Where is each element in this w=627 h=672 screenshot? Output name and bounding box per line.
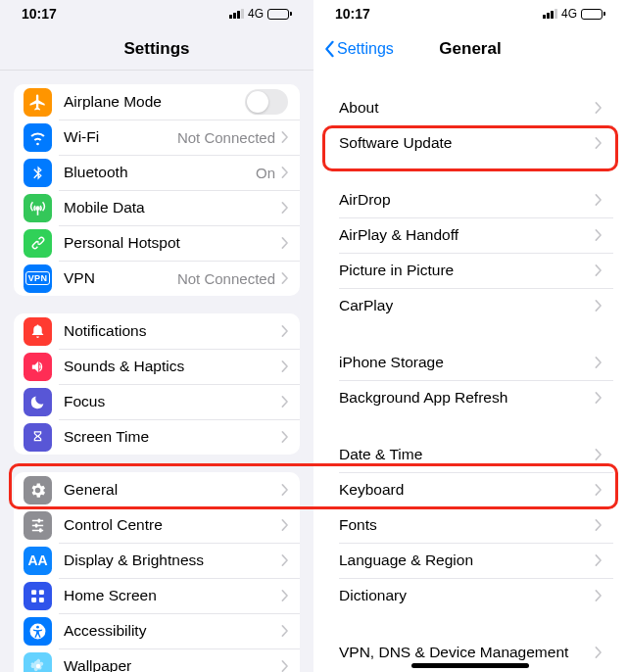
row-label: Bluetooth <box>64 164 256 181</box>
settings-group: GeneralControl CentreAADisplay & Brightn… <box>14 472 300 672</box>
row-controlcentre[interactable]: Control Centre <box>14 507 300 543</box>
row-screentime[interactable]: Screen Time <box>14 419 300 455</box>
row-airplay[interactable]: AirPlay & Handoff <box>327 217 613 253</box>
row-pip[interactable]: Picture in Picture <box>327 253 613 288</box>
status-indicators: 4G <box>229 7 292 21</box>
row-hotspot[interactable]: Personal Hotspot <box>14 225 300 261</box>
svg-rect-0 <box>31 590 36 595</box>
navbar: Settings <box>0 27 314 71</box>
navbar: Settings General <box>314 27 627 71</box>
row-label: AirPlay & Handoff <box>339 226 595 244</box>
row-detail: Not Connected <box>177 129 275 146</box>
chevron-right-icon <box>595 102 602 114</box>
row-wallpaper[interactable]: Wallpaper <box>14 648 300 672</box>
bluetooth-icon <box>24 159 52 187</box>
row-label: CarPlay <box>339 297 595 314</box>
row-label: Home Screen <box>64 587 281 604</box>
chevron-right-icon <box>595 264 602 276</box>
row-fonts[interactable]: Fonts <box>327 507 613 543</box>
svg-rect-3 <box>39 597 44 601</box>
chevron-right-icon <box>281 554 288 566</box>
chevron-right-icon <box>595 449 602 460</box>
row-detail: Not Connected <box>177 270 275 287</box>
chevron-right-icon <box>281 519 288 531</box>
settings-group: Airplane ModeWi-FiNot ConnectedBluetooth… <box>14 84 300 296</box>
chevron-right-icon <box>595 392 602 404</box>
row-label: Focus <box>64 393 281 410</box>
row-label: Picture in Picture <box>339 262 595 279</box>
row-wifi[interactable]: Wi-FiNot Connected <box>14 120 300 155</box>
row-label: iPhone Storage <box>339 354 595 371</box>
row-label: Personal Hotspot <box>64 234 281 252</box>
row-label: Keyboard <box>339 481 595 499</box>
row-softwareupdate[interactable]: Software Update <box>327 125 613 161</box>
row-label: AirDrop <box>339 191 595 209</box>
grid-icon <box>24 582 52 610</box>
row-carplay[interactable]: CarPlay <box>327 288 613 323</box>
chevron-left-icon <box>323 40 335 58</box>
row-label: Accessibility <box>64 622 281 640</box>
chevron-right-icon <box>281 131 288 143</box>
link-icon <box>24 229 52 258</box>
battery-icon <box>267 9 292 20</box>
row-keyboard[interactable]: Keyboard <box>327 472 613 507</box>
general-group: iPhone StorageBackground App Refresh <box>327 345 613 415</box>
status-time: 10:17 <box>22 6 57 22</box>
general-screen: 10:17 4G Settings General AboutSoftware … <box>314 0 627 672</box>
row-label: About <box>339 99 595 117</box>
row-display[interactable]: AADisplay & Brightness <box>14 543 300 578</box>
row-label: Software Update <box>339 134 595 152</box>
row-label: Display & Brightness <box>64 552 281 569</box>
back-label: Settings <box>337 40 394 58</box>
chevron-right-icon <box>595 357 602 368</box>
row-label: Wi-Fi <box>64 128 177 146</box>
sliders-icon <box>24 511 52 540</box>
antenna-icon <box>24 194 52 222</box>
wifi-icon <box>24 123 52 152</box>
row-bgrefresh[interactable]: Background App Refresh <box>327 380 613 415</box>
row-label: Wallpaper <box>64 657 281 672</box>
general-group: AboutSoftware Update <box>327 90 613 161</box>
hourglass-icon <box>24 423 52 452</box>
row-notifications[interactable]: Notifications <box>14 313 300 349</box>
vpn-icon: VPN <box>24 264 52 293</box>
settings-list[interactable]: Airplane ModeWi-FiNot ConnectedBluetooth… <box>0 71 314 672</box>
row-label: Mobile Data <box>64 199 281 216</box>
row-homescreen[interactable]: Home Screen <box>14 578 300 613</box>
home-indicator[interactable] <box>411 663 529 668</box>
general-list[interactable]: AboutSoftware UpdateAirDropAirPlay & Han… <box>314 71 627 672</box>
row-label: Airplane Mode <box>64 93 245 111</box>
network-label: 4G <box>561 7 577 21</box>
row-vpn[interactable]: VPNVPNNot Connected <box>14 261 300 296</box>
status-bar: 10:17 4G <box>0 0 314 27</box>
chevron-right-icon <box>281 202 288 214</box>
chevron-right-icon <box>281 396 288 408</box>
chevron-right-icon <box>595 229 602 241</box>
row-airdrop[interactable]: AirDrop <box>327 182 613 217</box>
row-focus[interactable]: Focus <box>14 384 300 419</box>
row-airplane[interactable]: Airplane Mode <box>14 84 300 120</box>
general-group: Date & TimeKeyboardFontsLanguage & Regio… <box>327 437 613 613</box>
row-bluetooth[interactable]: BluetoothOn <box>14 155 300 190</box>
back-button[interactable]: Settings <box>323 40 394 58</box>
chevron-right-icon <box>595 554 602 566</box>
row-dictionary[interactable]: Dictionary <box>327 578 613 613</box>
row-langregion[interactable]: Language & Region <box>327 543 613 578</box>
speaker-icon <box>24 353 52 381</box>
row-storage[interactable]: iPhone Storage <box>327 345 613 380</box>
row-general[interactable]: General <box>14 472 300 507</box>
toggle-airplane[interactable] <box>245 89 288 115</box>
svg-point-5 <box>36 625 39 628</box>
chevron-right-icon <box>281 590 288 601</box>
row-sounds[interactable]: Sounds & Haptics <box>14 349 300 384</box>
row-label: Dictionary <box>339 587 595 604</box>
battery-icon <box>581 9 605 20</box>
row-datetime[interactable]: Date & Time <box>327 437 613 472</box>
row-accessibility[interactable]: Accessibility <box>14 613 300 648</box>
row-mobiledata[interactable]: Mobile Data <box>14 190 300 225</box>
row-label: Control Centre <box>64 516 281 534</box>
svg-rect-1 <box>39 590 44 595</box>
cellular-signal-icon <box>229 9 244 19</box>
row-about[interactable]: About <box>327 90 613 125</box>
row-label: VPN <box>64 269 177 287</box>
